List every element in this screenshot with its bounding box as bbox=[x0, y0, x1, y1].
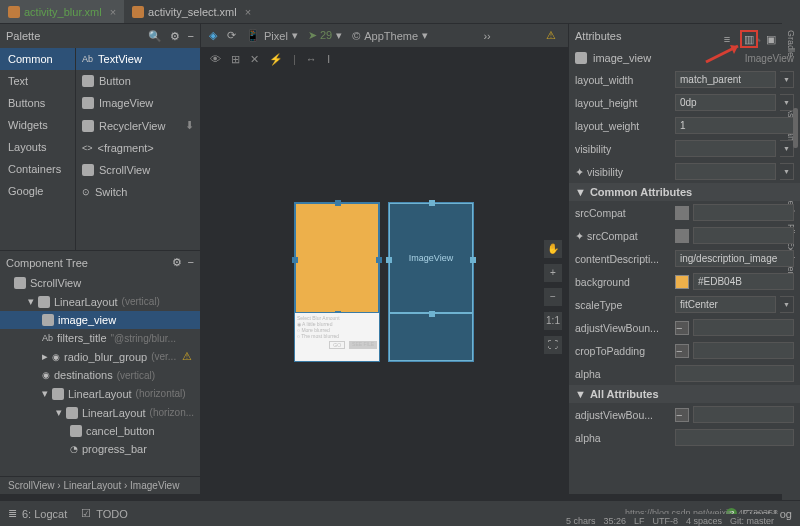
zoom-in[interactable]: + bbox=[544, 264, 562, 282]
attr-field[interactable]: 1 bbox=[675, 117, 794, 134]
logcat-tool[interactable]: ≣ 6: Logcat bbox=[8, 507, 67, 520]
attributes-panel: Attributes 🔍 ⚙ − image_view ImageView la… bbox=[568, 24, 800, 494]
tree-row[interactable]: cancel_button bbox=[0, 422, 200, 440]
attr-class: ImageView bbox=[745, 53, 794, 64]
zoom-controls: ✋ + − 1:1 ⛶ bbox=[544, 240, 562, 354]
cat-common[interactable]: Common bbox=[0, 48, 75, 70]
attr-field[interactable] bbox=[675, 140, 776, 157]
chevron-down-icon[interactable]: ▼ bbox=[780, 94, 794, 111]
item-scrollview[interactable]: ScrollView bbox=[76, 159, 200, 181]
attributes-body: image_view ImageView layout_widthmatch_p… bbox=[569, 48, 800, 494]
chevron-down-icon[interactable]: ▼ bbox=[780, 296, 794, 313]
attr-field[interactable]: #EDB04B bbox=[693, 273, 794, 290]
close-icon[interactable]: × bbox=[245, 6, 251, 18]
tree-row[interactable]: ◉ destinations (vertical) bbox=[0, 366, 200, 384]
orientation-icon[interactable]: ⟳ bbox=[227, 29, 236, 42]
breadcrumb[interactable]: ScrollView › LinearLayout › ImageView bbox=[0, 476, 200, 494]
tree-row[interactable]: Ab filters_title "@string/blur... bbox=[0, 329, 200, 347]
attr-field[interactable] bbox=[693, 204, 794, 221]
tab-activity-select[interactable]: activity_select.xml × bbox=[124, 0, 259, 23]
tab-activity-blur[interactable]: activity_blur.xml × bbox=[0, 0, 124, 23]
attr-field[interactable]: 0dp bbox=[675, 94, 776, 111]
component-tree: ScrollView ▾ LinearLayout (vertical) ima… bbox=[0, 274, 200, 476]
close-icon[interactable]: × bbox=[110, 6, 116, 18]
color-swatch[interactable] bbox=[675, 275, 689, 289]
tree-row[interactable]: ▸ ◉ radio_blur_group (ver...⚠ bbox=[0, 347, 200, 366]
component-tree-header: Component Tree ⚙ − bbox=[0, 250, 200, 274]
chevron-down-icon[interactable]: ▼ bbox=[780, 71, 794, 88]
cat-layouts[interactable]: Layouts bbox=[0, 136, 75, 158]
attr-field[interactable] bbox=[693, 342, 794, 359]
blueprint-preview[interactable]: ImageView bbox=[388, 202, 474, 362]
eye-icon[interactable]: 👁 bbox=[210, 53, 221, 65]
attr-field[interactable] bbox=[675, 163, 776, 180]
attr-field[interactable] bbox=[675, 365, 794, 382]
pack-icon[interactable]: Ⅰ bbox=[327, 53, 330, 66]
palette-items: AbTextView Button ImageView RecyclerView… bbox=[76, 48, 200, 250]
attr-field[interactable]: match_parent bbox=[675, 71, 776, 88]
xml-icon bbox=[8, 6, 20, 18]
layers-icon[interactable]: ◈ bbox=[209, 29, 217, 42]
search-icon[interactable]: 🔍 bbox=[148, 30, 162, 43]
chevron-down-icon[interactable]: ▼ bbox=[780, 140, 794, 157]
attr-field[interactable]: ing/description_image bbox=[675, 250, 794, 267]
gear-icon[interactable]: ⚙ bbox=[170, 30, 180, 43]
device-selector[interactable]: 📱 Pixel ▾ bbox=[246, 29, 298, 42]
design-area[interactable]: Select Blur Amount◉ A little blurred○ Mo… bbox=[200, 70, 568, 494]
design-view-button[interactable]: ▣ bbox=[762, 30, 780, 48]
item-button[interactable]: Button bbox=[76, 70, 200, 92]
status-bar: 5 chars35:26LFUTF-84 spacesGit: master bbox=[560, 514, 780, 526]
cat-buttons[interactable]: Buttons bbox=[0, 92, 75, 114]
tree-row[interactable]: ▾ LinearLayout (vertical) bbox=[0, 292, 200, 311]
minimize-icon[interactable]: − bbox=[188, 256, 194, 269]
item-recyclerview[interactable]: RecyclerView⬇ bbox=[76, 114, 200, 137]
zoom-full[interactable]: ⛶ bbox=[544, 336, 562, 354]
design-preview[interactable]: Select Blur Amount◉ A little blurred○ Mo… bbox=[294, 202, 380, 362]
cat-text[interactable]: Text bbox=[0, 70, 75, 92]
zoom-fit[interactable]: 1:1 bbox=[544, 312, 562, 330]
section-common[interactable]: ▼ Common Attributes bbox=[569, 183, 800, 201]
checkbox[interactable]: − bbox=[675, 321, 689, 335]
image-swatch[interactable] bbox=[675, 229, 689, 243]
attr-field[interactable] bbox=[693, 406, 794, 423]
palette-categories: Common Text Buttons Widgets Layouts Cont… bbox=[0, 48, 76, 250]
item-imageview[interactable]: ImageView bbox=[76, 92, 200, 114]
scrollbar-thumb[interactable] bbox=[793, 108, 798, 148]
tree-row[interactable]: ▾ LinearLayout (horizontal) bbox=[0, 384, 200, 403]
warning-icon: ⚠ bbox=[182, 350, 192, 363]
api-selector[interactable]: ➤ 29 ▾ bbox=[308, 29, 342, 42]
pan-icon[interactable]: ✋ bbox=[544, 240, 562, 258]
item-switch[interactable]: ⊙Switch bbox=[76, 181, 200, 203]
clear-icon[interactable]: ✕ bbox=[250, 53, 259, 66]
guideline-icon[interactable]: ⊞ bbox=[231, 53, 240, 66]
theme-selector[interactable]: © AppTheme ▾ bbox=[352, 29, 428, 42]
gear-icon[interactable]: ⚙ bbox=[172, 256, 182, 269]
warning-icon[interactable]: ⚠ bbox=[546, 29, 556, 42]
section-all[interactable]: ▼ All Attributes bbox=[569, 385, 800, 403]
item-textview[interactable]: AbTextView bbox=[76, 48, 200, 70]
file-tabs: activity_blur.xml × activity_select.xml … bbox=[0, 0, 800, 24]
tree-row[interactable]: ScrollView bbox=[0, 274, 200, 292]
attr-field[interactable] bbox=[693, 319, 794, 336]
cat-google[interactable]: Google bbox=[0, 180, 75, 202]
attr-field[interactable]: fitCenter bbox=[675, 296, 776, 313]
chevron-down-icon[interactable]: ▼ bbox=[780, 163, 794, 180]
item-fragment[interactable]: <><fragment> bbox=[76, 137, 200, 159]
cat-containers[interactable]: Containers bbox=[0, 158, 75, 180]
attr-field[interactable] bbox=[693, 227, 794, 244]
checkbox[interactable]: − bbox=[675, 344, 689, 358]
tree-row[interactable]: image_view bbox=[0, 311, 200, 329]
image-swatch[interactable] bbox=[675, 206, 689, 220]
tree-row[interactable]: ◔ progress_bar bbox=[0, 440, 200, 458]
attr-field[interactable] bbox=[675, 429, 794, 446]
checkbox[interactable]: − bbox=[675, 408, 689, 422]
minimize-icon[interactable]: − bbox=[188, 30, 194, 43]
zoom-out[interactable]: − bbox=[544, 288, 562, 306]
tab-label: activity_select.xml bbox=[148, 6, 237, 18]
magic-icon[interactable]: ⚡ bbox=[269, 53, 283, 66]
cat-widgets[interactable]: Widgets bbox=[0, 114, 75, 136]
more-icon[interactable]: ›› bbox=[483, 30, 490, 42]
tree-row[interactable]: ▾ LinearLayout (horizon... bbox=[0, 403, 200, 422]
align-icon[interactable]: ↔ bbox=[306, 53, 317, 65]
todo-tool[interactable]: ☑ TODO bbox=[81, 507, 128, 520]
